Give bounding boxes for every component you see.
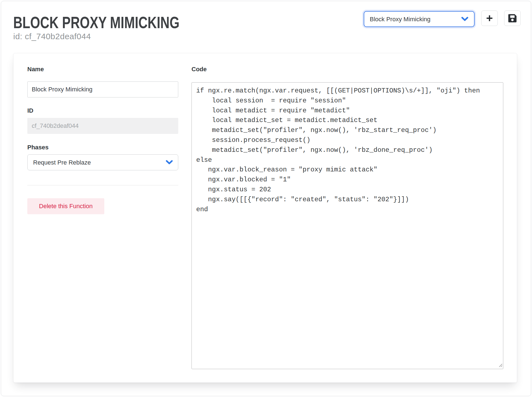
function-select-input[interactable]: Block Proxy Mimicking <box>364 12 474 27</box>
id-label: ID <box>27 107 33 115</box>
code-label: Code <box>191 65 207 73</box>
id-input <box>27 118 178 134</box>
phases-select-input[interactable]: Request Pre Reblaze <box>28 155 178 170</box>
left-column-divider <box>27 185 178 186</box>
function-selector[interactable]: Block Proxy Mimicking <box>364 11 475 27</box>
phases-selector[interactable]: Request Pre Reblaze <box>27 154 178 170</box>
name-label: Name <box>27 65 44 73</box>
floppy-disk-icon <box>508 14 517 23</box>
name-input[interactable] <box>27 81 178 97</box>
add-function-button[interactable] <box>481 10 498 26</box>
phases-label: Phases <box>27 144 49 151</box>
delete-function-button[interactable]: Delete this Function <box>27 198 104 214</box>
save-function-button[interactable] <box>504 10 521 26</box>
page-title: BLOCK PROXY MIMICKING <box>13 14 179 31</box>
code-editor-textarea[interactable]: if ngx.re.match(ngx.var.request, [[(GET|… <box>191 82 503 369</box>
function-id-subtitle: id: cf_740b2deaf044 <box>13 31 91 42</box>
plus-icon <box>485 14 494 22</box>
function-editor-card: Name ID Phases Request Pre Reblaze Delet… <box>13 53 517 383</box>
